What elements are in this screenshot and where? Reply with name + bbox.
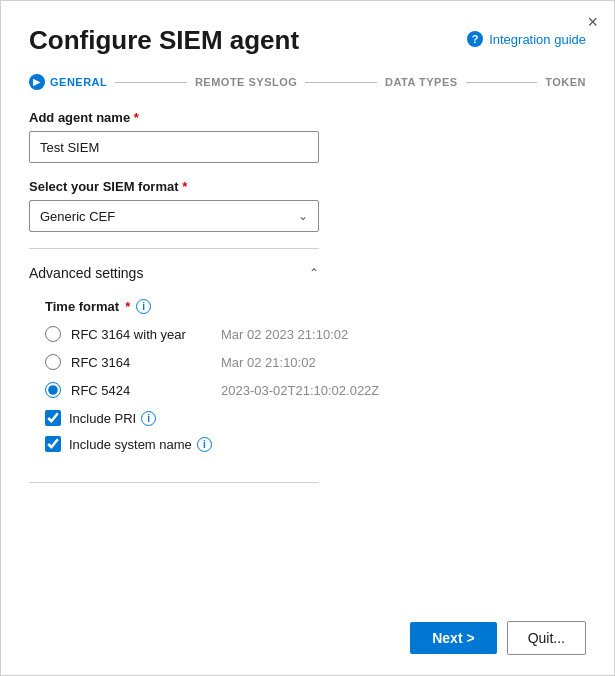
- advanced-content: Time format * i RFC 3164 with year Mar 0…: [29, 287, 586, 474]
- integration-guide-link[interactable]: ? Integration guide: [467, 31, 586, 47]
- help-icon: ?: [467, 31, 483, 47]
- wizard-steps: ▶ GENERAL REMOTE SYSLOG DATA TYPES TOKEN: [29, 74, 586, 90]
- radio-rfc3164: RFC 3164 Mar 02 21:10:02: [45, 354, 570, 370]
- step-line-2: [305, 82, 377, 83]
- radio-rfc5424-preview: 2023-03-02T21:10:02.022Z: [221, 383, 379, 398]
- step-data-types-label: DATA TYPES: [385, 76, 458, 88]
- step-token-label: TOKEN: [545, 76, 586, 88]
- step-line-3: [466, 82, 538, 83]
- next-button[interactable]: Next >: [410, 622, 496, 654]
- siem-format-label: Select your SIEM format *: [29, 179, 586, 194]
- step-general-icon: ▶: [29, 74, 45, 90]
- step-general: ▶ GENERAL: [29, 74, 107, 90]
- required-marker3: *: [125, 299, 130, 314]
- divider-2: [29, 482, 319, 483]
- agent-name-input[interactable]: [29, 131, 319, 163]
- agent-name-label: Add agent name *: [29, 110, 586, 125]
- siem-format-select[interactable]: Generic CEF ⌄: [29, 200, 319, 232]
- checkbox-include-system-name: Include system name i: [45, 436, 570, 452]
- dialog-footer: Next > Quit...: [1, 605, 614, 675]
- include-pri-label: Include PRI i: [69, 411, 156, 426]
- dialog-content: Add agent name * Select your SIEM format…: [1, 90, 614, 605]
- advanced-settings-label: Advanced settings: [29, 265, 143, 281]
- advanced-settings-toggle[interactable]: Advanced settings ⌃: [29, 259, 319, 287]
- radio-rfc3164-label: RFC 3164: [71, 355, 211, 370]
- radio-rfc5424-input[interactable]: [45, 382, 61, 398]
- integration-guide-label: Integration guide: [489, 32, 586, 47]
- step-remote-syslog-label: REMOTE SYSLOG: [195, 76, 297, 88]
- include-pri-checkbox[interactable]: [45, 410, 61, 426]
- radio-rfc3164-input[interactable]: [45, 354, 61, 370]
- dialog-header: Configure SIEM agent ? Integration guide…: [1, 1, 614, 90]
- time-format-label: Time format * i: [45, 299, 570, 314]
- radio-rfc3164year-label: RFC 3164 with year: [71, 327, 211, 342]
- quit-button[interactable]: Quit...: [507, 621, 586, 655]
- step-general-label: GENERAL: [50, 76, 107, 88]
- advanced-settings-section: Advanced settings ⌃ Time format * i RFC …: [29, 259, 586, 474]
- radio-rfc3164year-preview: Mar 02 2023 21:10:02: [221, 327, 348, 342]
- step-line-1: [115, 82, 187, 83]
- agent-name-group: Add agent name *: [29, 110, 586, 163]
- dialog-title: Configure SIEM agent: [29, 25, 299, 56]
- include-system-name-label: Include system name i: [69, 437, 212, 452]
- step-data-types: DATA TYPES: [385, 76, 458, 88]
- configure-siem-dialog: × Configure SIEM agent ? Integration gui…: [0, 0, 615, 676]
- radio-rfc5424: RFC 5424 2023-03-02T21:10:02.022Z: [45, 382, 570, 398]
- required-marker2: *: [182, 179, 187, 194]
- step-remote-syslog: REMOTE SYSLOG: [195, 76, 297, 88]
- include-system-name-checkbox[interactable]: [45, 436, 61, 452]
- close-button[interactable]: ×: [587, 13, 598, 31]
- radio-rfc5424-label: RFC 5424: [71, 383, 211, 398]
- divider-1: [29, 248, 319, 249]
- chevron-down-icon: ⌄: [298, 209, 308, 223]
- radio-rfc3164year-input[interactable]: [45, 326, 61, 342]
- include-pri-info-icon[interactable]: i: [141, 411, 156, 426]
- time-format-info-icon[interactable]: i: [136, 299, 151, 314]
- radio-rfc3164year: RFC 3164 with year Mar 02 2023 21:10:02: [45, 326, 570, 342]
- siem-format-group: Select your SIEM format * Generic CEF ⌄: [29, 179, 586, 232]
- step-token: TOKEN: [545, 76, 586, 88]
- siem-format-value: Generic CEF: [40, 209, 115, 224]
- checkbox-include-pri: Include PRI i: [45, 410, 570, 426]
- required-marker: *: [134, 110, 139, 125]
- chevron-up-icon: ⌃: [309, 266, 319, 280]
- include-system-name-info-icon[interactable]: i: [197, 437, 212, 452]
- radio-rfc3164-preview: Mar 02 21:10:02: [221, 355, 316, 370]
